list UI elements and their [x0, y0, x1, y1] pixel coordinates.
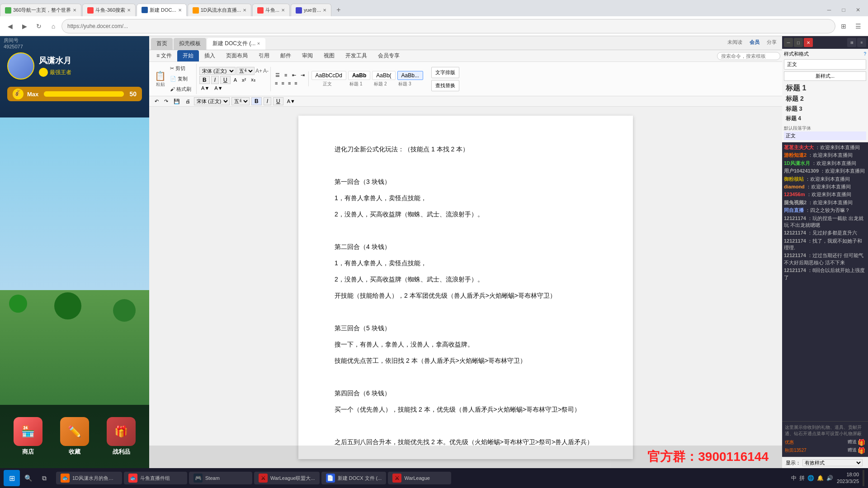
volume-icon[interactable]: 🔊: [826, 475, 833, 481]
taskbar-item-warleague2[interactable]: ⚔ WarLeague: [388, 472, 451, 484]
align-justify-button[interactable]: ≡: [293, 80, 298, 86]
panel-minimize-button[interactable]: ─: [784, 38, 793, 47]
font-color-toolbar[interactable]: A▼: [285, 98, 297, 104]
bold-toolbar[interactable]: B: [251, 97, 262, 105]
document-area[interactable]: 进化刀全新公式化玩法：（技能点 1 本找 2 本） 第一回合（3 块钱） 1，有…: [149, 107, 782, 468]
ime-icon[interactable]: 中: [791, 474, 797, 482]
align-left-button[interactable]: ≡: [274, 80, 279, 86]
heading1-style[interactable]: 标题 1: [784, 83, 866, 94]
start-button[interactable]: ⊞: [4, 470, 20, 486]
extensions-button[interactable]: ⊞: [837, 20, 850, 33]
font-shrink-button[interactable]: A-: [263, 68, 269, 74]
home-button[interactable]: ⌂: [47, 20, 60, 33]
tab-close-extra1[interactable]: ✕: [281, 8, 285, 13]
doc-vip-button[interactable]: 会员: [747, 39, 762, 49]
tab-live[interactable]: 1D风流水自直播... ✕: [188, 4, 251, 16]
network-icon[interactable]: 🌐: [807, 475, 814, 481]
font-size-select[interactable]: 五号: [236, 67, 255, 75]
indent-decrease-button[interactable]: ⇤: [290, 71, 298, 79]
current-style-display[interactable]: 正文: [784, 59, 866, 70]
ribbon-tab-insert[interactable]: 插入: [199, 50, 221, 61]
save-button[interactable]: 💾: [172, 98, 182, 105]
ribbon-tab-review[interactable]: 审阅: [297, 50, 318, 61]
list-view-button[interactable]: ≡: [857, 38, 866, 47]
undo-button[interactable]: ↶: [153, 98, 160, 105]
highlight-button[interactable]: A▼: [199, 85, 211, 91]
ribbon-tab-home[interactable]: 开始: [177, 50, 199, 61]
style-help-button[interactable]: ?: [863, 52, 866, 56]
tab-360[interactable]: 360导航一主页，整个世界 ✕: [0, 4, 81, 16]
tab-close-extra2[interactable]: ✕: [323, 8, 326, 13]
grid-view-button[interactable]: ⊞: [847, 38, 856, 47]
new-style-button[interactable]: 新样式...: [784, 71, 866, 81]
pinyin-icon[interactable]: 拼: [799, 474, 805, 482]
list-unordered-button[interactable]: ☰: [274, 71, 282, 79]
ribbon-tab-layout[interactable]: 页面布局: [221, 50, 253, 61]
refresh-button[interactable]: ↻: [33, 20, 45, 33]
tab-doc[interactable]: 新建 DOC... ✕: [137, 4, 187, 16]
doc-tab-template[interactable]: 拟壳模板: [174, 38, 206, 50]
normal-style[interactable]: 正文: [784, 131, 866, 140]
style-heading2[interactable]: AaBb(: [372, 71, 395, 80]
print-button[interactable]: 🖨: [184, 98, 192, 104]
cut-button[interactable]: ✂ 剪切: [167, 64, 194, 73]
taskbar-item-fish[interactable]: 🐟 1D风潇水月的鱼吧...: [56, 472, 122, 484]
font-grow-button[interactable]: A+: [255, 68, 262, 74]
tab-extra2[interactable]: yue音... ✕: [291, 4, 331, 16]
ribbon-tab-file[interactable]: ≡ 文件: [151, 50, 177, 61]
tab-extra1[interactable]: 斗鱼... ✕: [252, 4, 290, 16]
font-family-select[interactable]: 宋体 (正文): [199, 67, 236, 75]
close-button[interactable]: ✕: [852, 4, 864, 16]
doc-tab-current[interactable]: 新建 DOC文件 (... ×: [207, 38, 265, 50]
underline-toolbar[interactable]: U: [273, 97, 283, 105]
taskbar-item-docx[interactable]: 📄 新建 DOCX 文件 (...: [321, 472, 387, 484]
tab-douyu[interactable]: 斗鱼-360搜索 ✕: [82, 4, 136, 16]
taskbar-item-warleague[interactable]: ⚔ WarLeague联盟大...: [254, 472, 320, 484]
address-bar[interactable]: https://yuhe.docer.com/...: [61, 19, 835, 33]
ribbon-tab-dev[interactable]: 开发工具: [340, 50, 373, 61]
ribbon-tab-view[interactable]: 视图: [318, 50, 340, 61]
tab-close-live[interactable]: ✕: [243, 8, 246, 13]
taskbar-clock[interactable]: 18:00 2023/3/25: [837, 471, 859, 485]
nav-item-battle[interactable]: 🎁 战利品: [107, 417, 136, 456]
heading3-style[interactable]: 标题 3: [784, 104, 866, 114]
paste-button[interactable]: 📋 粘贴: [155, 70, 166, 88]
nav-item-shop[interactable]: 🏪 商店: [14, 417, 42, 456]
copy-button[interactable]: 📄 复制: [167, 74, 194, 84]
nav-item-collect[interactable]: ✏️ 收藏: [60, 417, 89, 456]
strikethrough-button[interactable]: A: [232, 77, 239, 83]
search-button[interactable]: 🔍: [20, 470, 36, 486]
maximize-button[interactable]: □: [837, 4, 850, 16]
italic-button[interactable]: I: [211, 76, 219, 84]
notification-icon[interactable]: 🔔: [817, 475, 824, 481]
list-ordered-button[interactable]: ≡: [283, 71, 289, 79]
tab-close-douyu[interactable]: ✕: [127, 8, 131, 13]
redo-button[interactable]: ↷: [162, 98, 170, 105]
doc-tab-home[interactable]: 首页: [151, 38, 173, 50]
style-normal[interactable]: AaBbCcDd: [311, 71, 346, 80]
taskbar-item-douyu[interactable]: 🐟 斗鱼直播件组: [124, 472, 187, 484]
forward-button[interactable]: ▶: [18, 20, 31, 33]
text-layout-button[interactable]: 文字排版: [431, 67, 459, 78]
doc-share-button[interactable]: 分享: [764, 39, 779, 49]
italic-toolbar[interactable]: I: [264, 97, 271, 105]
find-replace-button[interactable]: 查找替换: [431, 80, 459, 91]
underline-button[interactable]: U: [220, 76, 231, 84]
format-painter-button[interactable]: 🖌 格式刷: [167, 84, 194, 94]
superscript-button[interactable]: x²: [240, 77, 248, 83]
bold-button[interactable]: B: [199, 76, 210, 84]
back-button[interactable]: ◀: [4, 20, 16, 33]
settings-button[interactable]: ☰: [852, 20, 864, 33]
ribbon-tab-mail[interactable]: 邮件: [275, 50, 297, 61]
tab-close-doc[interactable]: ✕: [178, 8, 182, 13]
font-color-button[interactable]: A▼: [212, 85, 224, 91]
show-desktop-button[interactable]: [863, 470, 864, 486]
style-heading1[interactable]: AaBb: [348, 71, 370, 80]
style-display-select[interactable]: 有效样式: [802, 459, 863, 466]
align-center-button[interactable]: ≡: [280, 80, 286, 86]
indent-increase-button[interactable]: ⇥: [299, 71, 307, 79]
font-family-toolbar[interactable]: 宋体 (正文): [194, 97, 230, 105]
doc-unread-button[interactable]: 未阅读: [725, 39, 745, 49]
panel-close-button[interactable]: ✕: [804, 38, 813, 47]
panel-maximize-button[interactable]: □: [794, 38, 803, 47]
